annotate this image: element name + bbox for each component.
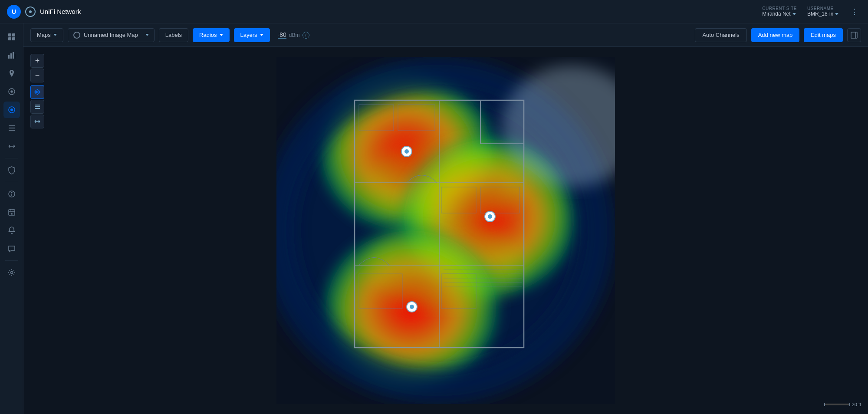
sidebar-item-devices[interactable]	[3, 65, 20, 82]
zoom-controls: + −	[30, 54, 44, 82]
labels-button[interactable]: Labels	[159, 28, 188, 42]
svg-point-25	[35, 90, 39, 94]
map-name-chevron-icon	[145, 34, 149, 36]
svg-rect-2	[8, 37, 11, 40]
dbm-control: -80 dBm i	[278, 31, 309, 39]
svg-rect-0	[8, 33, 11, 36]
map-viewport[interactable]: + −	[23, 47, 868, 414]
username-selector[interactable]: BMR_18Tx	[807, 11, 838, 17]
svg-rect-33	[35, 108, 40, 109]
dbm-unit: dBm	[289, 32, 300, 38]
sidebar-item-updates[interactable]	[3, 204, 20, 220]
radios-chevron-icon	[220, 34, 223, 36]
main-area: Maps Unnamed Image Map Labels Radios	[0, 23, 868, 414]
more-options-button[interactable]: ⋮	[849, 7, 861, 16]
username-chevron-icon	[835, 13, 838, 15]
sidebar-divider-3	[5, 260, 18, 261]
scale-bar: 20 ft	[824, 402, 861, 407]
site-info: CURRENT SITE Miranda Net USERNAME BMR_18…	[762, 6, 861, 17]
sidebar-item-security[interactable]	[3, 162, 20, 178]
site-chevron-icon	[792, 13, 796, 15]
svg-rect-14	[9, 130, 15, 131]
scale-text: 20 ft	[852, 402, 861, 407]
sidebar-item-maps[interactable]	[3, 102, 20, 118]
username-block: USERNAME BMR_18Tx	[807, 6, 838, 17]
svg-point-65	[488, 214, 492, 219]
edit-maps-button[interactable]: Edit maps	[804, 28, 843, 42]
svg-rect-4	[8, 55, 10, 59]
map-location-icon	[73, 32, 80, 39]
svg-point-67	[410, 305, 414, 309]
toolbar-right: Auto Channels Add new map Edit maps	[695, 28, 861, 42]
auto-channels-button[interactable]: Auto Channels	[695, 28, 746, 42]
map-name-selector[interactable]: Unnamed Image Map	[68, 28, 155, 42]
zoom-in-button[interactable]: +	[30, 54, 44, 68]
sidebar-item-settings[interactable]	[3, 264, 20, 281]
sidebar-item-lists[interactable]	[3, 120, 20, 136]
map-tools	[30, 85, 44, 128]
svg-rect-5	[10, 53, 12, 59]
current-site-selector[interactable]: Miranda Net	[762, 11, 797, 17]
svg-point-63	[404, 149, 409, 154]
ap-marker-3	[407, 302, 417, 312]
brand-icon	[25, 7, 36, 17]
svg-point-26	[36, 91, 38, 93]
layers-button[interactable]: Layers	[234, 28, 270, 42]
heatmap-container	[276, 57, 615, 404]
dbm-info-icon[interactable]: i	[302, 32, 309, 39]
svg-rect-13	[9, 128, 15, 128]
maps-button[interactable]: Maps	[30, 28, 63, 42]
brand-name: UniFi Network	[40, 8, 81, 15]
svg-point-22	[10, 272, 13, 274]
map-toolbar: Maps Unnamed Image Map Labels Radios	[23, 23, 868, 47]
sidebar-divider-2	[5, 182, 18, 182]
svg-point-11	[10, 108, 13, 111]
current-site-block: CURRENT SITE Miranda Net	[762, 6, 797, 17]
heatmap-svg	[276, 57, 615, 404]
scale-ruler	[824, 404, 850, 405]
sidebar-item-clients[interactable]	[3, 83, 20, 100]
svg-rect-12	[9, 125, 15, 126]
logo-area: U UniFi Network	[7, 5, 81, 19]
sidebar-item-chat[interactable]	[3, 240, 20, 257]
panel-toggle-button[interactable]	[847, 28, 861, 42]
svg-point-17	[11, 192, 12, 193]
svg-rect-1	[12, 33, 15, 36]
sidebar-item-statistics[interactable]	[3, 47, 20, 63]
ubiquiti-logo: U	[7, 5, 21, 19]
ap-marker-1	[401, 146, 412, 157]
dbm-value: -80	[278, 31, 286, 39]
svg-rect-23	[851, 32, 857, 38]
ap-marker-2	[485, 211, 495, 222]
navbar: U UniFi Network CURRENT SITE Miranda Net…	[0, 0, 868, 23]
svg-rect-7	[15, 54, 15, 59]
sidebar-item-scale[interactable]	[3, 138, 20, 154]
content-area: Maps Unnamed Image Map Labels Radios	[23, 23, 868, 414]
sidebar-item-dashboard[interactable]	[3, 29, 20, 45]
current-site-label: CURRENT SITE	[762, 6, 797, 11]
measure-tool-button[interactable]	[30, 115, 44, 128]
username-label: USERNAME	[807, 6, 838, 11]
scale-line: 20 ft	[824, 402, 861, 407]
zoom-out-button[interactable]: −	[30, 69, 44, 82]
sidebar-item-info[interactable]	[3, 186, 20, 202]
maps-chevron-icon	[53, 34, 57, 36]
svg-rect-31	[35, 105, 40, 105]
add-new-map-button[interactable]: Add new map	[751, 28, 800, 42]
svg-rect-32	[35, 106, 40, 107]
layers-chevron-icon	[260, 34, 263, 36]
svg-rect-3	[12, 37, 15, 40]
sidebar-item-alerts[interactable]	[3, 222, 20, 239]
target-tool-button[interactable]	[30, 85, 44, 99]
sidebar	[0, 23, 23, 414]
svg-point-9	[11, 91, 13, 92]
list-tool-button[interactable]	[30, 100, 44, 114]
sidebar-divider-1	[5, 158, 18, 158]
svg-rect-6	[13, 52, 14, 59]
radios-button[interactable]: Radios	[193, 28, 229, 42]
